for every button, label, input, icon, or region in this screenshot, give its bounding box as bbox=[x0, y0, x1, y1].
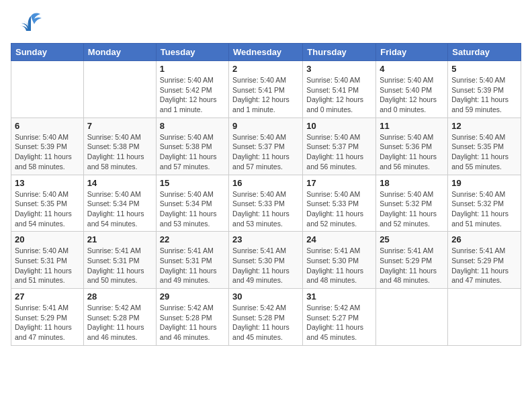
day-number: 5 bbox=[451, 64, 517, 74]
day-number: 15 bbox=[160, 178, 225, 188]
day-info: Sunrise: 5:41 AM Sunset: 5:29 PM Dayligh… bbox=[380, 246, 444, 285]
page-header bbox=[11, 11, 521, 38]
day-info: Sunrise: 5:40 AM Sunset: 5:32 PM Dayligh… bbox=[380, 189, 444, 229]
day-info: Sunrise: 5:40 AM Sunset: 5:34 PM Dayligh… bbox=[87, 189, 152, 229]
day-number: 1 bbox=[160, 64, 225, 74]
calendar-cell: 25Sunrise: 5:41 AM Sunset: 5:29 PM Dayli… bbox=[376, 232, 448, 289]
calendar-cell: 16Sunrise: 5:40 AM Sunset: 5:33 PM Dayli… bbox=[229, 175, 303, 232]
calendar-cell: 8Sunrise: 5:40 AM Sunset: 5:38 PM Daylig… bbox=[156, 118, 228, 175]
day-info: Sunrise: 5:42 AM Sunset: 5:27 PM Dayligh… bbox=[306, 303, 372, 342]
day-number: 13 bbox=[15, 178, 80, 188]
day-info: Sunrise: 5:40 AM Sunset: 5:42 PM Dayligh… bbox=[160, 75, 225, 115]
calendar-cell: 10Sunrise: 5:40 AM Sunset: 5:37 PM Dayli… bbox=[303, 118, 376, 175]
day-info: Sunrise: 5:42 AM Sunset: 5:28 PM Dayligh… bbox=[87, 303, 152, 342]
day-number: 20 bbox=[15, 234, 80, 244]
day-number: 17 bbox=[306, 178, 372, 188]
day-number: 25 bbox=[380, 234, 444, 244]
calendar-cell: 15Sunrise: 5:40 AM Sunset: 5:34 PM Dayli… bbox=[156, 175, 228, 232]
calendar-week-4: 20Sunrise: 5:40 AM Sunset: 5:31 PM Dayli… bbox=[11, 232, 521, 289]
day-info: Sunrise: 5:40 AM Sunset: 5:38 PM Dayligh… bbox=[87, 132, 152, 172]
calendar-cell: 19Sunrise: 5:40 AM Sunset: 5:32 PM Dayli… bbox=[448, 175, 521, 232]
day-info: Sunrise: 5:40 AM Sunset: 5:36 PM Dayligh… bbox=[380, 132, 444, 172]
day-number: 16 bbox=[232, 178, 299, 188]
day-number: 12 bbox=[451, 121, 517, 131]
calendar-week-2: 6Sunrise: 5:40 AM Sunset: 5:39 PM Daylig… bbox=[11, 118, 521, 175]
calendar-cell: 23Sunrise: 5:41 AM Sunset: 5:30 PM Dayli… bbox=[229, 232, 303, 289]
weekday-header-friday: Friday bbox=[376, 44, 448, 61]
calendar-cell: 22Sunrise: 5:41 AM Sunset: 5:31 PM Dayli… bbox=[156, 232, 228, 289]
day-info: Sunrise: 5:41 AM Sunset: 5:31 PM Dayligh… bbox=[160, 246, 225, 285]
calendar-cell bbox=[83, 61, 156, 118]
day-number: 31 bbox=[306, 291, 372, 302]
day-number: 8 bbox=[160, 121, 225, 131]
day-number: 29 bbox=[160, 291, 225, 302]
calendar-cell: 9Sunrise: 5:40 AM Sunset: 5:37 PM Daylig… bbox=[229, 118, 303, 175]
day-info: Sunrise: 5:40 AM Sunset: 5:40 PM Dayligh… bbox=[380, 75, 444, 115]
calendar-cell bbox=[448, 289, 521, 346]
day-number: 19 bbox=[451, 178, 517, 188]
day-number: 4 bbox=[380, 64, 444, 74]
calendar-cell: 7Sunrise: 5:40 AM Sunset: 5:38 PM Daylig… bbox=[83, 118, 156, 175]
weekday-header-tuesday: Tuesday bbox=[156, 44, 228, 61]
calendar-week-1: 1Sunrise: 5:40 AM Sunset: 5:42 PM Daylig… bbox=[11, 61, 521, 118]
calendar-cell: 29Sunrise: 5:42 AM Sunset: 5:28 PM Dayli… bbox=[156, 289, 228, 346]
day-info: Sunrise: 5:41 AM Sunset: 5:29 PM Dayligh… bbox=[15, 303, 80, 342]
day-number: 9 bbox=[232, 121, 299, 131]
calendar-cell: 14Sunrise: 5:40 AM Sunset: 5:34 PM Dayli… bbox=[83, 175, 156, 232]
calendar-cell: 20Sunrise: 5:40 AM Sunset: 5:31 PM Dayli… bbox=[11, 232, 84, 289]
day-number: 22 bbox=[160, 234, 225, 244]
day-info: Sunrise: 5:40 AM Sunset: 5:41 PM Dayligh… bbox=[232, 75, 299, 115]
day-info: Sunrise: 5:40 AM Sunset: 5:35 PM Dayligh… bbox=[451, 132, 517, 172]
day-number: 23 bbox=[232, 234, 299, 244]
day-number: 7 bbox=[87, 121, 152, 131]
calendar-cell: 5Sunrise: 5:40 AM Sunset: 5:39 PM Daylig… bbox=[448, 61, 521, 118]
calendar-cell: 2Sunrise: 5:40 AM Sunset: 5:41 PM Daylig… bbox=[229, 61, 303, 118]
calendar-cell: 31Sunrise: 5:42 AM Sunset: 5:27 PM Dayli… bbox=[303, 289, 376, 346]
calendar-cell: 6Sunrise: 5:40 AM Sunset: 5:39 PM Daylig… bbox=[11, 118, 84, 175]
day-info: Sunrise: 5:42 AM Sunset: 5:28 PM Dayligh… bbox=[232, 303, 299, 342]
logo bbox=[11, 11, 46, 38]
day-number: 27 bbox=[15, 291, 80, 302]
weekday-header-monday: Monday bbox=[83, 44, 156, 61]
day-number: 6 bbox=[15, 121, 80, 131]
day-number: 11 bbox=[380, 121, 444, 131]
calendar-week-3: 13Sunrise: 5:40 AM Sunset: 5:35 PM Dayli… bbox=[11, 175, 521, 232]
weekday-header-wednesday: Wednesday bbox=[229, 44, 303, 61]
calendar-cell bbox=[11, 61, 84, 118]
calendar-cell: 27Sunrise: 5:41 AM Sunset: 5:29 PM Dayli… bbox=[11, 289, 84, 346]
day-info: Sunrise: 5:40 AM Sunset: 5:38 PM Dayligh… bbox=[160, 132, 225, 172]
day-info: Sunrise: 5:40 AM Sunset: 5:34 PM Dayligh… bbox=[160, 189, 225, 229]
calendar-cell: 24Sunrise: 5:41 AM Sunset: 5:30 PM Dayli… bbox=[303, 232, 376, 289]
calendar-cell: 21Sunrise: 5:41 AM Sunset: 5:31 PM Dayli… bbox=[83, 232, 156, 289]
calendar-cell: 3Sunrise: 5:40 AM Sunset: 5:41 PM Daylig… bbox=[303, 61, 376, 118]
weekday-header-sunday: Sunday bbox=[11, 44, 84, 61]
calendar-cell: 17Sunrise: 5:40 AM Sunset: 5:33 PM Dayli… bbox=[303, 175, 376, 232]
day-info: Sunrise: 5:40 AM Sunset: 5:39 PM Dayligh… bbox=[15, 132, 80, 172]
day-number: 3 bbox=[306, 64, 372, 74]
calendar-cell: 26Sunrise: 5:41 AM Sunset: 5:29 PM Dayli… bbox=[448, 232, 521, 289]
day-info: Sunrise: 5:40 AM Sunset: 5:41 PM Dayligh… bbox=[306, 75, 372, 115]
weekday-header-thursday: Thursday bbox=[303, 44, 376, 61]
day-info: Sunrise: 5:42 AM Sunset: 5:28 PM Dayligh… bbox=[160, 303, 225, 342]
weekday-header-row: SundayMondayTuesdayWednesdayThursdayFrid… bbox=[11, 44, 521, 61]
day-info: Sunrise: 5:40 AM Sunset: 5:37 PM Dayligh… bbox=[306, 132, 372, 172]
calendar-table: SundayMondayTuesdayWednesdayThursdayFrid… bbox=[11, 43, 521, 346]
day-info: Sunrise: 5:40 AM Sunset: 5:35 PM Dayligh… bbox=[15, 189, 80, 229]
day-number: 18 bbox=[380, 178, 444, 188]
day-number: 2 bbox=[232, 64, 299, 74]
day-info: Sunrise: 5:40 AM Sunset: 5:37 PM Dayligh… bbox=[232, 132, 299, 172]
calendar-cell: 12Sunrise: 5:40 AM Sunset: 5:35 PM Dayli… bbox=[448, 118, 521, 175]
calendar-cell: 11Sunrise: 5:40 AM Sunset: 5:36 PM Dayli… bbox=[376, 118, 448, 175]
calendar-week-5: 27Sunrise: 5:41 AM Sunset: 5:29 PM Dayli… bbox=[11, 289, 521, 346]
logo-icon bbox=[11, 11, 44, 38]
day-info: Sunrise: 5:41 AM Sunset: 5:31 PM Dayligh… bbox=[87, 246, 152, 285]
calendar-cell: 30Sunrise: 5:42 AM Sunset: 5:28 PM Dayli… bbox=[229, 289, 303, 346]
day-number: 28 bbox=[87, 291, 152, 302]
calendar-cell: 1Sunrise: 5:40 AM Sunset: 5:42 PM Daylig… bbox=[156, 61, 228, 118]
weekday-header-saturday: Saturday bbox=[448, 44, 521, 61]
calendar-cell: 28Sunrise: 5:42 AM Sunset: 5:28 PM Dayli… bbox=[83, 289, 156, 346]
day-info: Sunrise: 5:41 AM Sunset: 5:30 PM Dayligh… bbox=[306, 246, 372, 285]
day-info: Sunrise: 5:41 AM Sunset: 5:29 PM Dayligh… bbox=[451, 246, 517, 285]
day-info: Sunrise: 5:40 AM Sunset: 5:31 PM Dayligh… bbox=[15, 246, 80, 285]
day-number: 30 bbox=[232, 291, 299, 302]
